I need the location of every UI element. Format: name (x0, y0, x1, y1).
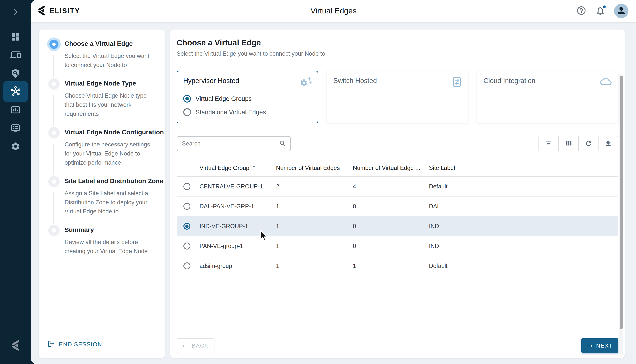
step-indicator-icon (48, 225, 60, 236)
table-actions-group (538, 136, 618, 151)
option-card-switch-hosted[interactable]: Switch Hosted (327, 71, 468, 123)
wizard-step-node-type[interactable]: Virtual Edge Node Type Choose Virtual Ed… (46, 79, 157, 118)
radio-standalone-virtual-edges[interactable]: Standalone Virtual Edges (183, 108, 312, 116)
step-description: Configure the necessary settings for you… (65, 140, 155, 167)
sidebar-item-devices[interactable] (0, 50, 31, 60)
sidebar-item-virtual-edges[interactable] (4, 81, 28, 102)
option-title: Cloud Integration (483, 76, 535, 85)
page-body: Choose a Virtual Edge Select the Virtual… (31, 22, 636, 364)
step-description: Choose Virtual Edge Node type that best … (65, 91, 155, 118)
step-description: Select the Virtual Edge you want to conn… (65, 52, 155, 70)
columns-button[interactable] (558, 136, 578, 151)
step-description: Review all the details before creating y… (65, 238, 155, 256)
next-label: NEXT (596, 342, 613, 349)
sidebar-collapse-button[interactable] (0, 339, 31, 352)
wizard-step-choose-virtual-edge[interactable]: Choose a Virtual Edge Select the Virtual… (46, 39, 157, 70)
row-radio-icon[interactable] (183, 183, 190, 190)
table-header-row: Virtual Edge Group ↑ Number of Virtual E… (177, 160, 618, 177)
step-title: Choose a Virtual Edge (65, 39, 157, 48)
cell-edges: 1 (276, 262, 353, 270)
search-box (177, 136, 291, 151)
radio-selected-icon (183, 95, 191, 102)
wizard-step-summary[interactable]: Summary Review all the details before cr… (46, 226, 157, 256)
cloud-icon (600, 76, 612, 87)
table-row-pan-ve-group-1[interactable]: PAN-VE-group-1 1 0 IND (177, 236, 618, 256)
option-card-cloud-integration[interactable]: Cloud Integration (477, 71, 618, 123)
cell-group: PAN-VE-group-1 (200, 243, 276, 250)
step-description: Assign a Site Label and select a Distrib… (65, 189, 155, 216)
table-row-ind-ve-group-1[interactable]: IND-VE-GROUP-1 1 0 IND (177, 216, 618, 236)
next-button[interactable]: → NEXT (581, 338, 618, 353)
vertical-scrollbar-thumb[interactable] (620, 76, 623, 329)
page-title: Virtual Edges (31, 6, 636, 15)
sidebar-item-settings[interactable] (0, 141, 31, 152)
radio-virtual-edge-groups[interactable]: Virtual Edge Groups (183, 95, 312, 102)
table-row-adsim-group[interactable]: adsim-group 1 1 Default (177, 256, 618, 276)
cell-site: DAL (429, 203, 618, 210)
end-session-label: END SESSION (59, 341, 102, 348)
wizard-step-node-configuration[interactable]: Virtual Edge Node Configuration Configur… (46, 128, 157, 167)
table-toolbar (177, 136, 618, 151)
row-radio-icon[interactable] (183, 203, 190, 210)
column-header-number-of-virtual-edges[interactable]: Number of Virtual Edges (276, 164, 353, 172)
vertical-scrollbar-track[interactable] (619, 74, 623, 356)
end-session-button[interactable]: END SESSION (47, 340, 102, 349)
cell-site: IND (429, 243, 618, 250)
column-header-number-of-virtual-edge-nodes[interactable]: Number of Virtual Edge ... (353, 164, 429, 172)
cell-edges: 1 (276, 243, 353, 250)
sidebar-item-policy-search[interactable] (0, 68, 31, 79)
elisity-mark-icon (10, 340, 22, 351)
filter-icon (545, 140, 552, 148)
arrow-right-icon: → (587, 342, 593, 350)
table-row-dal-pan-ve-grp-1[interactable]: DAL-PAN-VE-GRP-1 1 0 DAL (177, 196, 618, 216)
user-avatar[interactable] (614, 4, 628, 18)
step-active-indicator-icon (47, 38, 61, 51)
devices-icon (11, 50, 21, 60)
cell-nodes: 0 (353, 223, 429, 230)
sidebar-item-analytics[interactable] (0, 104, 31, 115)
panel-subheading: Select the Virtual Edge you want to conn… (177, 50, 618, 57)
sidebar-item-dashboard[interactable] (0, 32, 31, 42)
cell-group: CENTRALVE-GROUP-1 (200, 183, 276, 190)
download-button[interactable] (598, 136, 618, 151)
row-radio-icon[interactable] (183, 242, 190, 250)
wizard-step-site-label-zone[interactable]: Site Label and Distribution Zone Assign … (46, 177, 157, 216)
cell-site: IND (429, 223, 618, 230)
logout-icon (47, 340, 55, 349)
table-row-centralve-group-1[interactable]: CENTRALVE-GROUP-1 2 4 Default (177, 177, 618, 196)
row-radio-icon[interactable] (183, 262, 190, 270)
step-title: Virtual Edge Node Configuration (65, 128, 157, 136)
choose-virtual-edge-panel: Choose a Virtual Edge Select the Virtual… (170, 30, 625, 358)
option-card-hypervisor-hosted[interactable]: Hypervisor Hosted Virtual Edge Groups (177, 71, 318, 123)
option-title: Hypervisor Hosted (183, 76, 239, 85)
refresh-button[interactable] (578, 136, 598, 151)
cell-group: DAL-PAN-VE-GRP-1 (200, 203, 276, 210)
filter-button[interactable] (538, 136, 558, 151)
content-shell: ELISITY Virtual Edges (31, 0, 636, 364)
radio-label: Standalone Virtual Edges (196, 108, 266, 116)
sort-asc-icon: ↑ (252, 165, 256, 172)
back-label: BACK (192, 342, 209, 349)
column-header-virtual-edge-group[interactable]: Virtual Edge Group ↑ (200, 164, 276, 172)
column-header-site-label[interactable]: Site Label (429, 164, 618, 172)
wizard-footer: ← BACK → NEXT (170, 333, 625, 358)
wizard-steps-panel: Choose a Virtual Edge Select the Virtual… (39, 30, 165, 358)
search-input[interactable] (177, 136, 291, 151)
cell-nodes: 0 (353, 243, 429, 250)
cell-site: Default (429, 183, 618, 190)
option-title: Switch Hosted (333, 76, 377, 85)
refresh-icon (585, 140, 592, 148)
help-button[interactable] (576, 6, 586, 16)
cell-edges: 1 (276, 223, 353, 230)
sidebar-expand-button[interactable] (0, 8, 31, 17)
panel-heading: Choose a Virtual Edge (177, 38, 618, 47)
gear-sparkle-icon (299, 76, 312, 88)
sidebar-item-console[interactable] (0, 122, 31, 134)
cell-nodes: 4 (353, 183, 429, 190)
row-radio-selected-icon[interactable] (183, 223, 190, 230)
console-icon (10, 123, 21, 134)
notifications-button[interactable] (595, 6, 605, 16)
cell-edges: 2 (276, 183, 353, 190)
back-button[interactable]: ← BACK (177, 338, 215, 353)
dashboard-icon (11, 32, 21, 42)
